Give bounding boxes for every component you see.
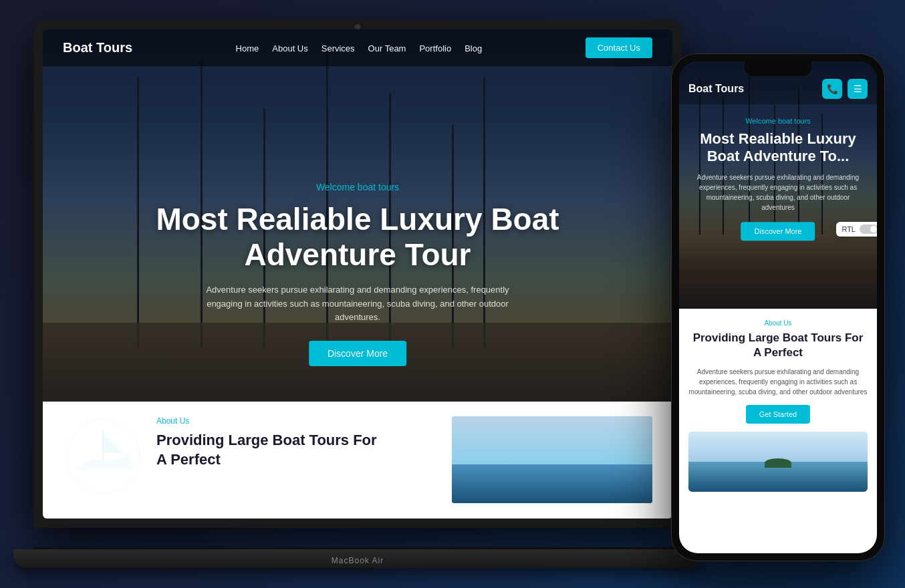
hero-title: Most Realiable Luxury Boat Adventure Tou… xyxy=(106,202,610,273)
phone-about-section: About Us Providing Large Boat Tours For … xyxy=(679,309,877,553)
laptop-base: MacBook Air xyxy=(13,549,702,568)
rtl-knob xyxy=(870,226,877,233)
phone-about-cta-button[interactable]: Get Started xyxy=(746,405,810,424)
about-image xyxy=(452,416,652,503)
laptop-about-section: About Us Providing Large Boat Tours For … xyxy=(43,402,672,519)
nav-item-services[interactable]: Services xyxy=(321,42,355,54)
phone-hero-content: Welcome boat tours Most Realiable Luxury… xyxy=(694,117,862,241)
rtl-switch[interactable] xyxy=(860,225,877,234)
hero-content: Welcome boat tours Most Realiable Luxury… xyxy=(106,182,610,366)
phone-about-label: About Us xyxy=(688,319,868,327)
laptop-body: Boat Tours Home About Us Services Our Te… xyxy=(33,20,682,528)
scene: Boat Tours Home About Us Services Our Te… xyxy=(0,0,905,588)
rtl-label: RTL xyxy=(842,225,856,233)
phone-about-description: Adventure seekers pursue exhilarating an… xyxy=(688,367,868,397)
about-label: About Us xyxy=(156,416,438,426)
laptop-nav-links: Home About Us Services Our Team Portfoli… xyxy=(236,42,483,54)
phone-hero-description: Adventure seekers pursue exhilarating an… xyxy=(694,172,862,212)
laptop-website: Boat Tours Home About Us Services Our Te… xyxy=(43,29,672,519)
phone-hero-cta-button[interactable]: Discover More xyxy=(741,222,815,241)
nav-item-about[interactable]: About Us xyxy=(272,42,307,54)
laptop-screen: Boat Tours Home About Us Services Our Te… xyxy=(43,29,672,519)
about-text-column: About Us Providing Large Boat Tours For … xyxy=(156,416,438,469)
nav-item-home[interactable]: Home xyxy=(236,42,259,54)
about-title: Providing Large Boat Tours For A Perfect xyxy=(156,431,438,469)
hero-subtitle: Welcome boat tours xyxy=(106,182,610,192)
laptop-camera xyxy=(355,24,360,29)
island-silhouette xyxy=(765,458,791,468)
phone-device: Welcome boat tours Most Realiable Luxury… xyxy=(671,53,885,561)
phone-hero-subtitle: Welcome boat tours xyxy=(694,117,862,125)
about-image-sky xyxy=(452,416,652,468)
phone-screen: Welcome boat tours Most Realiable Luxury… xyxy=(679,61,877,553)
phone-website: Welcome boat tours Most Realiable Luxury… xyxy=(679,61,877,553)
hero-description: Adventure seekers pursue exhilarating an… xyxy=(190,283,525,325)
laptop-hero-section: Welcome boat tours Most Realiable Luxury… xyxy=(43,29,672,519)
phone-notch xyxy=(745,61,811,76)
laptop-brand: Boat Tours xyxy=(63,40,132,55)
phone-about-title: Providing Large Boat Tours For A Perfect xyxy=(688,331,868,360)
phone-hero-title: Most Realiable LuxuryBoat Adventure To..… xyxy=(694,130,862,166)
nav-item-team[interactable]: Our Team xyxy=(368,42,406,54)
phone-call-button[interactable]: 📞 xyxy=(822,79,842,99)
contact-us-button[interactable]: Contact Us xyxy=(586,37,652,58)
phone-menu-button[interactable]: ☰ xyxy=(848,79,868,99)
phone-brand: Boat Tours xyxy=(688,83,744,95)
about-image-water xyxy=(452,464,652,504)
phone-about-image xyxy=(688,432,868,492)
nav-item-portfolio[interactable]: Portfolio xyxy=(419,42,451,54)
about-decoration-svg xyxy=(63,416,143,496)
laptop-device: Boat Tours Home About Us Services Our Te… xyxy=(33,20,688,568)
nav-item-blog[interactable]: Blog xyxy=(465,42,482,54)
phone-nav-icons: 📞 ☰ xyxy=(822,79,868,99)
laptop-model-label: MacBook Air xyxy=(332,556,384,565)
hero-cta-button[interactable]: Discover More xyxy=(309,341,406,366)
rtl-toggle[interactable]: RTL xyxy=(836,222,877,237)
laptop-navbar: Boat Tours Home About Us Services Our Te… xyxy=(43,29,672,66)
